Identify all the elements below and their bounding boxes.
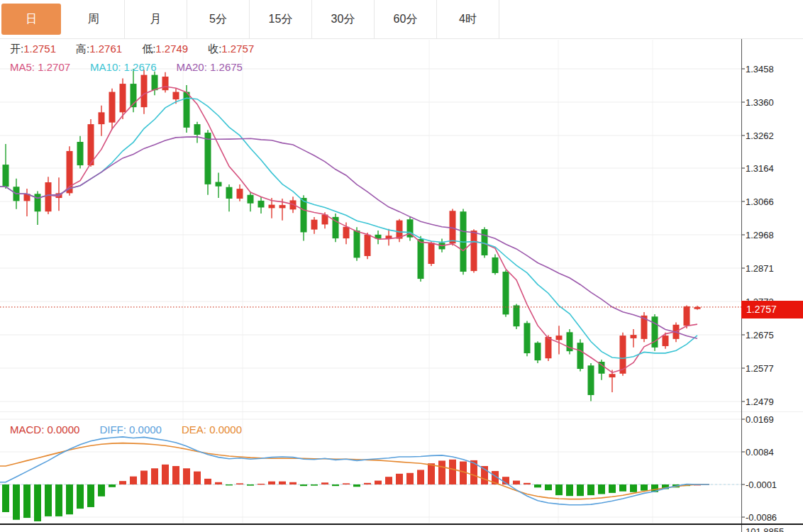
panel-bottom-border bbox=[0, 523, 803, 525]
panel-separator bbox=[0, 411, 803, 412]
ohlc-legend: 开:1.2751高:1.2761低:1.2749收:1.2757 bbox=[10, 43, 274, 56]
ohlc-high: 高:1.2761 bbox=[76, 43, 122, 56]
y-axis-label: 1.3262 bbox=[746, 131, 774, 141]
y-axis-label: 1.2871 bbox=[746, 263, 774, 274]
y-axis-label: 0.0169 bbox=[746, 414, 774, 425]
tab-weekly[interactable]: 周 bbox=[62, 0, 125, 39]
y-axis-label: 1.2968 bbox=[746, 230, 774, 240]
y-axis-label: 1.3164 bbox=[746, 163, 774, 174]
tab-30min[interactable]: 30分 bbox=[312, 0, 375, 39]
candlestick-chart-canvas[interactable] bbox=[0, 0, 803, 532]
ohlc-open: 开:1.2751 bbox=[10, 43, 56, 56]
tab-5min[interactable]: 5分 bbox=[187, 0, 250, 39]
ohlc-low: 低:1.2749 bbox=[142, 43, 188, 56]
ohlc-close: 收:1.2757 bbox=[208, 43, 254, 56]
tab-15min[interactable]: 15分 bbox=[250, 0, 312, 39]
y-axis-label: 1.2675 bbox=[746, 330, 774, 340]
y-axis-label: -0.0001 bbox=[746, 480, 777, 490]
price-axis-border bbox=[741, 39, 742, 532]
ma10-value: MA10: 1.2676 bbox=[90, 61, 156, 73]
ma5-value: MA5: 1.2707 bbox=[10, 61, 70, 73]
diff-value: DIFF: 0.0000 bbox=[99, 423, 162, 436]
y-axis-label: 0.0084 bbox=[746, 447, 774, 458]
y-axis-label: 1.3066 bbox=[746, 196, 774, 207]
dea-value: DEA: 0.0000 bbox=[182, 423, 242, 436]
macd-legend: MACD: 0.0000DIFF: 0.0000DEA: 0.0000 bbox=[10, 423, 262, 436]
trading-app-window: 日 周 月 5分 15分 30分 60分 4时 开:1.2751高:1.2761… bbox=[0, 0, 803, 532]
ma20-value: MA20: 1.2675 bbox=[177, 61, 243, 73]
y-axis-label: -0.0086 bbox=[746, 512, 777, 523]
y-axis-label: 1.2577 bbox=[746, 363, 774, 374]
y-axis-label: 1.3458 bbox=[746, 64, 774, 74]
ma-legend: MA5: 1.2707MA10: 1.2676MA20: 1.2675 bbox=[10, 61, 262, 73]
tab-daily[interactable]: 日 bbox=[1, 4, 61, 35]
tab-4hour[interactable]: 4时 bbox=[437, 0, 499, 39]
tab-monthly[interactable]: 月 bbox=[125, 0, 187, 39]
y-axis-label: 1.2479 bbox=[746, 397, 774, 407]
tab-60min[interactable]: 60分 bbox=[375, 0, 437, 39]
last-price-tag: 1.2757 bbox=[741, 301, 803, 318]
macd-value: MACD: 0.0000 bbox=[10, 423, 79, 436]
y-axis-label: 1.3360 bbox=[746, 97, 774, 108]
next-panel-partial-label: 101.8855 bbox=[746, 526, 784, 532]
timeframe-tabbar: 日 周 月 5分 15分 30分 60分 4时 bbox=[0, 0, 803, 39]
